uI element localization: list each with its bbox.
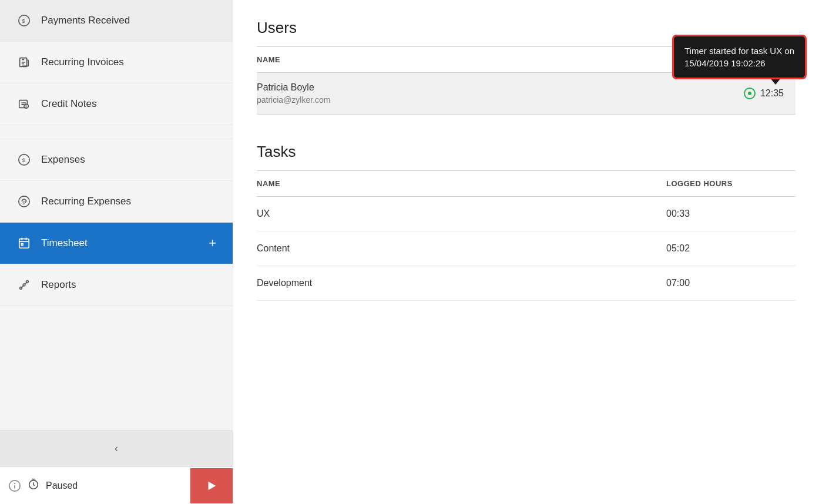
- tooltip-line2: 15/04/2019 19:02:26: [684, 58, 766, 68]
- sidebar-item-label: Payments Received: [41, 15, 130, 26]
- sidebar-item-credit-notes[interactable]: $ $ Credit Notes: [0, 83, 233, 125]
- task-row-content: Content 05:02: [257, 231, 795, 266]
- timer-running-icon: [744, 88, 756, 99]
- tooltip-line1: Timer started for task UX on: [684, 46, 794, 56]
- sidebar-item-reports[interactable]: Reports: [0, 264, 233, 306]
- tooltip-arrow: [770, 78, 781, 85]
- svg-text:$: $: [25, 104, 28, 108]
- paused-label: Paused: [46, 481, 78, 491]
- svg-point-12: [20, 287, 22, 290]
- recurring-expenses-icon: $: [16, 194, 32, 209]
- svg-text:$: $: [22, 157, 25, 163]
- paused-info: Paused: [0, 467, 190, 504]
- sidebar-item-label: Recurring Expenses: [41, 196, 131, 207]
- tasks-title: Tasks: [257, 143, 795, 161]
- main-content: Timer started for task UX on 15/04/2019 …: [233, 0, 819, 504]
- tasks-col-logged-header: LOGGED HOURS: [666, 179, 795, 188]
- tasks-section: Tasks NAME LOGGED HOURS UX 00:33 Content…: [257, 143, 795, 301]
- add-timesheet-button[interactable]: +: [209, 236, 216, 251]
- expenses-icon: $: [16, 152, 32, 167]
- dollar-circle-icon: $: [16, 13, 32, 28]
- info-icon: [8, 479, 21, 492]
- sidebar-item-payments-received[interactable]: $ Payments Received: [0, 0, 233, 42]
- play-button[interactable]: [190, 468, 233, 503]
- timesheet-icon: [16, 236, 32, 251]
- sidebar-item-label: Reports: [41, 279, 76, 291]
- user-row-inner: Patricia Boyle patricia@zylker.com 12:35: [257, 82, 795, 105]
- sidebar-item-label: Recurring Invoices: [41, 56, 124, 68]
- sidebar-spacer: [0, 125, 233, 139]
- user-name: Patricia Boyle: [257, 82, 744, 93]
- sidebar-item-timesheet[interactable]: Timesheet +: [0, 223, 233, 264]
- reports-icon: [16, 277, 32, 293]
- recurring-invoice-icon: [16, 55, 32, 70]
- svg-rect-11: [19, 239, 29, 248]
- task-hours-ux: 00:33: [666, 209, 795, 219]
- sidebar-item-label: Timesheet: [41, 237, 88, 249]
- svg-marker-19: [209, 481, 216, 490]
- sidebar-item-expenses[interactable]: $ Expenses: [0, 139, 233, 181]
- user-timer-value: 12:35: [760, 88, 784, 99]
- sidebar-bottom: ‹ Paused: [0, 430, 233, 504]
- sidebar-item-label: Credit Notes: [41, 98, 96, 110]
- task-name-development: Development: [257, 278, 666, 288]
- sidebar-item-recurring-expenses[interactable]: $ Recurring Expenses: [0, 181, 233, 223]
- paused-timer-icon: [27, 478, 40, 493]
- user-email: patricia@zylker.com: [257, 95, 744, 105]
- sidebar: $ Payments Received Recurring Invoices $…: [0, 0, 233, 504]
- task-hours-content: 05:02: [666, 243, 795, 254]
- svg-text:$: $: [22, 201, 25, 205]
- credit-note-icon: $ $: [16, 96, 32, 112]
- collapse-icon: ‹: [115, 442, 118, 455]
- collapse-button[interactable]: ‹: [0, 431, 233, 466]
- tooltip-container: Timer started for task UX on 15/04/2019 …: [674, 36, 805, 85]
- users-title: Users: [257, 19, 795, 37]
- tasks-col-name-header: NAME: [257, 179, 666, 188]
- task-row-development: Development 07:00: [257, 266, 795, 301]
- svg-text:$: $: [22, 18, 25, 24]
- task-name-content: Content: [257, 243, 666, 254]
- task-hours-development: 07:00: [666, 278, 795, 288]
- svg-point-13: [23, 284, 25, 286]
- paused-row: Paused: [0, 466, 233, 504]
- user-info: Patricia Boyle patricia@zylker.com: [257, 82, 744, 105]
- tasks-table-header: NAME LOGGED HOURS: [257, 171, 795, 197]
- user-timer: 12:35: [744, 88, 784, 99]
- task-name-ux: UX: [257, 209, 666, 219]
- task-row-ux: UX 00:33: [257, 197, 795, 231]
- sidebar-item-recurring-invoices[interactable]: Recurring Invoices: [0, 42, 233, 83]
- tooltip-box: Timer started for task UX on 15/04/2019 …: [674, 36, 805, 78]
- sidebar-item-label: Expenses: [41, 154, 85, 166]
- svg-point-14: [26, 281, 29, 283]
